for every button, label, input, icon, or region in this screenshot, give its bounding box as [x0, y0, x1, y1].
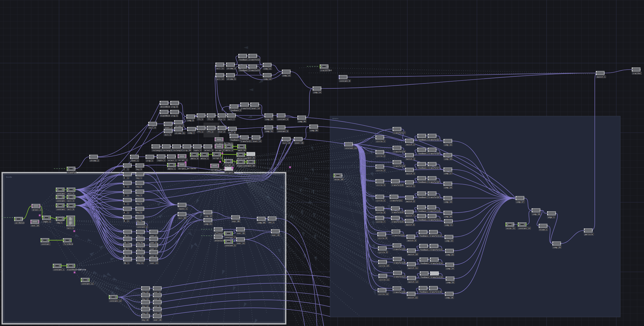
- svg-text:3: 3: [183, 125, 184, 127]
- svg-text:layout: layout: [178, 208, 185, 210]
- svg-text:key: key: [142, 312, 145, 314]
- svg-text:fft: fft: [198, 131, 201, 133]
- svg-text:key: key: [137, 255, 140, 257]
- svg-text:comp: comp: [283, 75, 287, 77]
- svg-text:4: 4: [212, 119, 213, 120]
- svg-text:whiteline: whiteline: [237, 158, 247, 160]
- svg-text:switch: switch: [406, 201, 412, 203]
- svg-text:23: 23: [451, 254, 454, 256]
- svg-text:11: 11: [438, 219, 440, 221]
- svg-text:7: 7: [141, 235, 142, 237]
- svg-text:transform: transform: [430, 291, 439, 293]
- svg-text:constant: constant: [340, 80, 348, 82]
- svg-text:comp: comp: [446, 268, 451, 270]
- svg-text:feedback: feedback: [420, 291, 428, 293]
- svg-text:2: 2: [171, 127, 172, 129]
- svg-text:14: 14: [242, 243, 245, 244]
- svg-text:2: 2: [40, 209, 41, 211]
- svg-text:21: 21: [450, 224, 452, 226]
- svg-text:13: 13: [156, 262, 158, 264]
- svg-text:transform: transform: [430, 249, 440, 251]
- svg-text:transform: transform: [429, 197, 438, 198]
- svg-text:2: 2: [212, 131, 213, 133]
- svg-text:7: 7: [156, 248, 157, 250]
- svg-text:11: 11: [91, 283, 93, 285]
- svg-text:key: key: [136, 220, 140, 222]
- svg-text:chroma: chroma: [90, 160, 96, 162]
- svg-text:1: 1: [186, 208, 187, 210]
- svg-text:1: 1: [152, 160, 153, 162]
- svg-text:circle: circle: [376, 141, 383, 142]
- svg-text:constant: constant: [278, 119, 286, 120]
- svg-text:transform: transform: [392, 235, 402, 237]
- svg-text:30: 30: [189, 150, 191, 151]
- svg-text:over: over: [154, 305, 158, 307]
- svg-text:6: 6: [141, 220, 142, 222]
- svg-text:key: key: [142, 305, 145, 307]
- svg-text:6: 6: [438, 153, 439, 155]
- svg-text:7: 7: [233, 119, 235, 120]
- svg-text:transform: transform: [429, 219, 438, 221]
- svg-text:feedback: feedback: [421, 277, 429, 278]
- svg-text:1: 1: [553, 216, 554, 218]
- svg-text:comp: comp: [445, 224, 449, 226]
- svg-text:5: 5: [156, 242, 157, 244]
- svg-text:comp: comp: [265, 119, 270, 120]
- svg-text:2: 2: [141, 186, 142, 188]
- svg-text:1: 1: [128, 212, 129, 214]
- svg-text:trailOut: trailOut: [633, 73, 641, 74]
- svg-text:noise: noise: [506, 228, 511, 229]
- svg-text:1: 1: [128, 262, 129, 264]
- svg-text:comp: comp: [444, 216, 449, 218]
- svg-text:transform: transform: [394, 276, 403, 278]
- svg-text:script: script: [215, 150, 222, 151]
- svg-text:27: 27: [403, 276, 406, 278]
- svg-text:trailEffect: trailEffect: [321, 70, 332, 72]
- svg-text:E: E: [124, 186, 125, 188]
- svg-text:4: 4: [259, 70, 260, 72]
- svg-text:26: 26: [403, 262, 405, 264]
- svg-text:3: 3: [141, 195, 142, 197]
- svg-text:transform: transform: [241, 108, 251, 110]
- svg-text:edge: edge: [548, 216, 552, 218]
- svg-text:8: 8: [413, 224, 414, 226]
- svg-text:comp: comp: [310, 130, 315, 132]
- svg-text:particle: particle: [585, 234, 593, 235]
- svg-text:transform: transform: [392, 184, 401, 186]
- svg-text:rectangle: rectangle: [152, 150, 162, 151]
- svg-text:1: 1: [174, 168, 175, 170]
- svg-text:comp: comp: [187, 120, 192, 122]
- svg-text:25: 25: [403, 249, 405, 250]
- svg-text:comp: comp: [446, 297, 450, 299]
- svg-text:over: over: [150, 262, 155, 264]
- svg-text:math: math: [238, 150, 242, 151]
- svg-text:null: null: [229, 132, 233, 134]
- svg-text:13: 13: [355, 147, 357, 149]
- svg-text:3: 3: [287, 119, 288, 120]
- svg-text:datto: datto: [191, 158, 196, 160]
- svg-text:4: 4: [141, 203, 142, 205]
- svg-text:19: 19: [450, 201, 452, 203]
- svg-text:1: 1: [202, 131, 203, 133]
- svg-text:over: over: [272, 234, 276, 236]
- svg-text:script: script: [178, 159, 185, 161]
- svg-text:6: 6: [287, 131, 288, 132]
- svg-text:key: key: [142, 298, 145, 300]
- svg-text:30: 30: [253, 165, 255, 167]
- svg-text:KeysOp: KeysOp: [6, 176, 12, 178]
- svg-text:1: 1: [207, 158, 208, 160]
- svg-text:6: 6: [159, 298, 160, 300]
- svg-text:blackKeyCropBottom: blackKeyCropBottom: [67, 269, 86, 271]
- svg-text:2: 2: [414, 144, 415, 146]
- svg-text:feedback: feedback: [239, 70, 248, 72]
- svg-text:2: 2: [156, 235, 157, 237]
- svg-text:constant: constant: [41, 243, 50, 245]
- svg-text:comp: comp: [188, 132, 192, 134]
- svg-text:7: 7: [413, 215, 414, 217]
- svg-text:1: 1: [128, 177, 129, 179]
- svg-text:script1_callbacks: script1_callbacks: [178, 168, 196, 170]
- svg-text:8: 8: [386, 237, 387, 239]
- svg-text:1: 1: [128, 220, 129, 222]
- svg-text:circle: circle: [376, 212, 383, 214]
- svg-text:level: level: [131, 160, 136, 162]
